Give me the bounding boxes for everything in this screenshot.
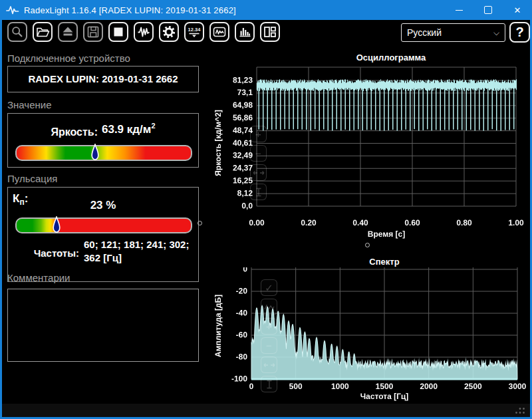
luminance-value: 63.9 кд/м2 bbox=[102, 122, 156, 136]
osc-cursor-button[interactable] bbox=[250, 184, 267, 200]
luminance-readout: Яркость: 63.9 кд/м2 bbox=[8, 122, 198, 138]
luminance-marker bbox=[90, 144, 100, 164]
layout-view-button[interactable] bbox=[260, 22, 280, 42]
help-button[interactable]: ? bbox=[509, 22, 530, 43]
window-title: RadexLight 1.16.4 [RADEX LUPIN: 2019-01-… bbox=[24, 5, 236, 15]
numeric-display-icon: 12.34 bbox=[187, 25, 201, 39]
pulsation-section-header: Пульсация bbox=[7, 173, 57, 184]
open-file-button[interactable] bbox=[33, 22, 53, 42]
mini-wave-icon bbox=[264, 303, 275, 311]
floppy-disk-icon bbox=[86, 25, 100, 39]
chart-splitter-handle[interactable] bbox=[365, 243, 370, 247]
comments-input[interactable] bbox=[7, 289, 199, 362]
settings-button[interactable] bbox=[159, 22, 179, 42]
spec-series-toggle-button[interactable]: ✓ bbox=[261, 279, 277, 296]
toolbar: 12.34 bbox=[2, 20, 530, 45]
osc-fit-view-button[interactable] bbox=[250, 164, 267, 181]
eject-icon bbox=[61, 25, 75, 39]
layout-icon bbox=[263, 25, 277, 39]
spec-fit-view-button[interactable] bbox=[261, 356, 277, 373]
maximize-icon bbox=[484, 6, 492, 14]
question-mark-icon: ? bbox=[515, 25, 523, 40]
chevron-down-icon: ⌵ bbox=[493, 28, 499, 37]
spec-cursor-button[interactable] bbox=[261, 376, 277, 392]
save-button[interactable] bbox=[83, 22, 103, 42]
spec-zoom-in-button[interactable]: + bbox=[261, 318, 277, 335]
minimize-icon bbox=[456, 10, 463, 11]
eject-button[interactable] bbox=[58, 22, 78, 42]
spectrum-view-button[interactable] bbox=[235, 22, 255, 42]
comments-section-header: Комментарии bbox=[7, 272, 70, 283]
value-section-header: Значение bbox=[7, 99, 52, 110]
pulsation-box: Кп: 23 % Частоты: 60; 121; 181; 241; 302… bbox=[7, 187, 199, 282]
waveform-icon bbox=[136, 25, 151, 39]
fit-arrows-icon bbox=[253, 168, 265, 178]
osc-zoom-in-button[interactable]: + bbox=[250, 126, 267, 142]
framed-waveform-icon bbox=[212, 25, 227, 39]
stop-button[interactable] bbox=[108, 22, 128, 42]
frequencies-label: Частоты: bbox=[11, 247, 79, 265]
fit-arrows-icon bbox=[263, 360, 275, 370]
device-name: RADEX LUPIN: 2019-01-31 2662 bbox=[8, 67, 198, 92]
status-bar bbox=[2, 404, 530, 417]
value-display-mode-button[interactable]: 12.34 bbox=[184, 22, 204, 42]
spectrum-canvas bbox=[205, 267, 532, 404]
device-box: RADEX LUPIN: 2019-01-31 2662 bbox=[7, 66, 199, 92]
frequencies-readout: Частоты: 60; 121; 181; 241; 302; 362 [Гц… bbox=[11, 238, 196, 265]
spec-zoom-out-button[interactable]: − bbox=[261, 337, 277, 354]
value-box: Яркость: 63.9 кд/м2 bbox=[7, 113, 199, 168]
open-folder-icon bbox=[35, 25, 50, 39]
connected-device-header: Подключенное устройство bbox=[7, 53, 130, 64]
cursor-ibeam-icon bbox=[265, 379, 274, 390]
app-window: RadexLight 1.16.4 [RADEX LUPIN: 2019-01-… bbox=[0, 0, 532, 419]
close-button[interactable]: ✕ bbox=[503, 0, 532, 20]
kp-value: 23 % bbox=[8, 199, 198, 212]
cursor-ibeam-icon bbox=[254, 187, 263, 198]
titlebar: RadexLight 1.16.4 [RADEX LUPIN: 2019-01-… bbox=[0, 0, 532, 20]
spectrum-title: Спектр bbox=[298, 257, 471, 267]
gear-icon bbox=[162, 25, 176, 39]
oscillogram-mode-button[interactable] bbox=[134, 22, 154, 42]
stop-icon bbox=[111, 25, 126, 39]
svg-text:12.34: 12.34 bbox=[188, 27, 201, 33]
minimize-button[interactable] bbox=[444, 0, 473, 20]
waveform-view-button[interactable] bbox=[209, 22, 229, 42]
bar-chart-icon bbox=[237, 25, 252, 39]
resize-grip[interactable] bbox=[515, 407, 526, 414]
luminance-label: Яркость: bbox=[51, 126, 98, 138]
close-icon: ✕ bbox=[514, 6, 521, 15]
pulsation-scale-bar bbox=[15, 217, 192, 233]
frequencies-value: 60; 121; 181; 241; 302; 362 [Гц] bbox=[84, 238, 192, 265]
magnifier-icon bbox=[10, 25, 25, 39]
pulsation-marker bbox=[52, 216, 61, 236]
spec-curve-style-button[interactable] bbox=[261, 299, 277, 315]
zoom-tool-button[interactable] bbox=[7, 22, 27, 42]
osc-zoom-out-button[interactable]: − bbox=[250, 145, 267, 162]
language-dropdown[interactable]: Русский ⌵ bbox=[401, 23, 505, 42]
app-logo-icon bbox=[6, 5, 19, 15]
maximize-button[interactable] bbox=[473, 0, 503, 20]
language-selected-value: Русский bbox=[407, 27, 442, 38]
panel-splitter-handle[interactable] bbox=[198, 221, 202, 225]
luminance-scale-bar bbox=[15, 145, 192, 161]
